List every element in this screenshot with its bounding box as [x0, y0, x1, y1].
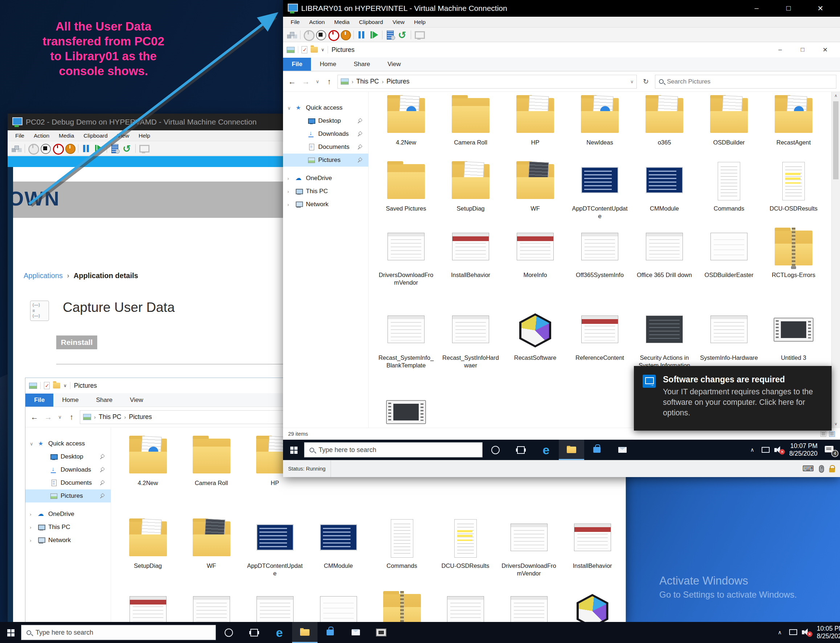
- file-item[interactable]: AppDTContentUpdate: [568, 159, 632, 220]
- sidebar-item[interactable]: › Network: [25, 534, 111, 547]
- file-item[interactable]: Office 365 Drill down: [243, 589, 307, 622]
- file-item[interactable]: InstallBehavior: [438, 225, 503, 286]
- pause-icon[interactable]: [356, 29, 368, 41]
- mail-icon[interactable]: [343, 622, 368, 643]
- start-button[interactable]: [0, 622, 21, 643]
- menu-item[interactable]: Action: [29, 132, 54, 139]
- enhanced-session-icon[interactable]: [138, 143, 150, 154]
- sidebar-item[interactable]: › Network: [283, 198, 368, 211]
- start-vm-icon[interactable]: [302, 29, 314, 41]
- sidebar-item[interactable]: Pictures: [283, 153, 368, 166]
- task-view-icon[interactable]: [241, 622, 267, 643]
- ribbon-tab[interactable]: View: [121, 393, 152, 406]
- chevron-icon[interactable]: ›: [287, 176, 295, 181]
- tray-chevron-icon[interactable]: ∧: [773, 629, 786, 636]
- file-item[interactable]: Recast_SystemInfo_BlankTemplate: [434, 589, 497, 622]
- chevron-icon[interactable]: ›: [287, 202, 295, 207]
- checkpoint-icon[interactable]: [384, 29, 397, 41]
- chevron-icon[interactable]: ›: [30, 538, 38, 543]
- forward-icon[interactable]: →: [300, 77, 311, 86]
- file-item[interactable]: Off365SystemInfo: [180, 589, 243, 622]
- ribbon-tab[interactable]: File: [283, 58, 311, 71]
- sidebar-item[interactable]: Pictures: [25, 490, 111, 503]
- shut-down-icon[interactable]: [339, 29, 352, 41]
- chevron-icon[interactable]: ∨: [287, 105, 295, 111]
- new-folder-icon[interactable]: [53, 383, 60, 388]
- file-item[interactable]: DriversDownloadFromVendor: [374, 225, 438, 286]
- file-item[interactable]: Off365SystemInfo: [568, 225, 632, 286]
- file-item[interactable]: RecastSoftware: [503, 308, 568, 369]
- recent-locations-icon[interactable]: ∨: [57, 414, 63, 420]
- file-item[interactable]: Camera Roll: [180, 434, 243, 487]
- maximize-button[interactable]: □: [791, 46, 814, 54]
- scroll-thumb[interactable]: [833, 101, 838, 180]
- file-item[interactable]: OSDBuilderEaster: [697, 225, 761, 286]
- ribbon-tab[interactable]: Share: [345, 58, 379, 71]
- sidebar-item[interactable]: Documents: [25, 477, 111, 490]
- back-icon[interactable]: ←: [287, 77, 298, 86]
- address-dropdown-icon[interactable]: ∨: [630, 79, 633, 84]
- file-item[interactable]: ReferenceContent: [568, 308, 632, 369]
- forward-icon[interactable]: →: [43, 413, 54, 421]
- volume-muted-icon[interactable]: ✕: [772, 440, 786, 460]
- breadcrumb-applications-link[interactable]: Applications: [24, 272, 63, 280]
- taskbar-clock[interactable]: 10:07 PM 8/25/2020: [786, 442, 821, 457]
- menu-item[interactable]: Clipboard: [354, 19, 387, 25]
- cortana-icon[interactable]: [216, 622, 241, 643]
- edge-icon[interactable]: [533, 440, 559, 460]
- toast-notification[interactable]: Software changes are required Your IT de…: [634, 366, 832, 431]
- up-icon[interactable]: ↑: [324, 77, 335, 86]
- quick-access-check-icon[interactable]: [301, 46, 307, 53]
- file-item[interactable]: SystemInfo-Hardware: [697, 308, 761, 369]
- turn-off-icon[interactable]: [52, 143, 64, 154]
- ctrl-alt-del-icon[interactable]: [286, 29, 298, 41]
- file-item[interactable]: DriversDownloadFromVendor: [497, 516, 561, 577]
- toolbar-separator[interactable]: [78, 144, 78, 153]
- close-button[interactable]: ✕: [804, 4, 837, 13]
- network-icon[interactable]: [759, 440, 772, 460]
- enhanced-session-icon[interactable]: [413, 29, 425, 41]
- file-item[interactable]: Recast_SystemInfo_BlankTemplate: [374, 308, 438, 369]
- checkpoint-icon[interactable]: [109, 143, 121, 154]
- menu-item[interactable]: Action: [304, 19, 329, 25]
- menu-item[interactable]: View: [112, 132, 134, 139]
- mail-icon[interactable]: [610, 440, 635, 460]
- file-item[interactable]: CMModule: [307, 516, 370, 577]
- menu-item[interactable]: File: [286, 19, 304, 25]
- taskbar-clock[interactable]: 10:05 PM 8/25/2020: [813, 625, 840, 640]
- sidebar-item[interactable]: Downloads: [25, 463, 111, 477]
- address-box[interactable]: › This PC › Pictures ∨: [337, 75, 637, 88]
- file-item[interactable]: 4.2New: [374, 93, 438, 146]
- menu-item[interactable]: Help: [134, 132, 155, 139]
- start-vm-icon[interactable]: [27, 143, 39, 154]
- scroll-down-icon[interactable]: ∨: [832, 421, 840, 426]
- file-item[interactable]: [374, 391, 438, 428]
- chevron-icon[interactable]: ›: [30, 512, 38, 517]
- file-item[interactable]: DCU-OSDResults: [761, 159, 826, 220]
- sidebar-item[interactable]: › This PC: [25, 521, 111, 534]
- refresh-icon[interactable]: ↻: [640, 77, 652, 86]
- maximize-button[interactable]: □: [773, 4, 804, 13]
- toolbar-separator[interactable]: [382, 31, 383, 39]
- pause-icon[interactable]: [80, 143, 93, 154]
- file-item[interactable]: WF: [180, 516, 243, 577]
- crumb-this-pc[interactable]: This PC: [357, 78, 379, 85]
- file-item[interactable]: AppDTContentUpdate: [243, 516, 307, 577]
- chevron-icon[interactable]: ›: [30, 525, 38, 530]
- ribbon-tab[interactable]: Home: [311, 58, 345, 71]
- chevron-icon[interactable]: ∨: [30, 441, 38, 447]
- reinstall-button[interactable]: Reinstall: [56, 336, 97, 349]
- back-icon[interactable]: ←: [29, 413, 40, 421]
- sidebar-item[interactable]: › OneDrive: [25, 508, 111, 521]
- ribbon-tab[interactable]: Home: [53, 393, 87, 406]
- sidebar-item[interactable]: › This PC: [283, 185, 368, 198]
- volume-muted-icon[interactable]: ✕: [799, 622, 813, 643]
- toolbar-separator[interactable]: [353, 31, 354, 39]
- tray-chevron-icon[interactable]: ∧: [746, 447, 759, 453]
- file-item[interactable]: DCU-OSDResults: [434, 516, 497, 577]
- file-item[interactable]: OSDBuilder: [697, 93, 761, 146]
- ribbon-tab[interactable]: File: [25, 393, 53, 406]
- sidebar-item[interactable]: ∨ Quick access: [25, 437, 111, 450]
- toolbar-separator[interactable]: [300, 31, 300, 39]
- sidebar-item[interactable]: ∨ Quick access: [283, 101, 368, 114]
